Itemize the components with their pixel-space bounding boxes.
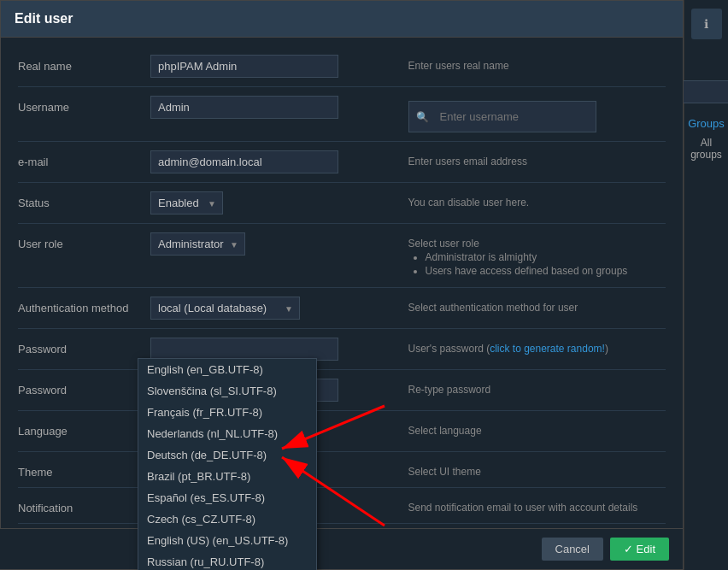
- status-hint: You can disable user here.: [408, 191, 666, 209]
- user-role-hint-list: Administrator is almighty Users have acc…: [408, 251, 666, 277]
- language-row: Language English (US) (en_US.UTF-8) Sele…: [18, 411, 666, 452]
- password2-label: Password: [18, 379, 150, 397]
- real-name-row: Real name Enter users real name: [18, 46, 666, 87]
- theme-row: Theme Select UI theme: [18, 452, 666, 488]
- info-icon-char: ℹ: [704, 17, 708, 31]
- modal-body: Real name Enter users real name Username…: [1, 38, 683, 533]
- language-option[interactable]: English (en_GB.UTF-8): [138, 359, 316, 380]
- info-icon[interactable]: ℹ: [691, 9, 722, 39]
- user-role-row: User role Administrator User Select user…: [18, 224, 666, 288]
- groups-label: Groups: [688, 117, 725, 130]
- language-label: Language: [18, 420, 150, 438]
- email-control: [150, 150, 408, 173]
- username-label: Username: [18, 96, 150, 114]
- auth-method-row: Authentication method local (Local datab…: [18, 288, 666, 329]
- right-sidebar: ℹ Groups All groups: [684, 0, 728, 570]
- real-name-label: Real name: [18, 55, 150, 73]
- language-option[interactable]: Deutsch (de_DE.UTF-8): [138, 444, 316, 466]
- status-label: Status: [18, 191, 150, 209]
- email-label: e-mail: [18, 150, 150, 168]
- modal-title: Edit user: [15, 11, 73, 26]
- auth-method-label: Authentication method: [18, 297, 150, 314]
- password2-hint: Re-type password: [408, 379, 666, 396]
- status-row: Status Enabled Disabled You can disable …: [18, 183, 666, 224]
- language-option[interactable]: Español (es_ES.UTF-8): [138, 487, 316, 508]
- language-option[interactable]: English (US) (en_US.UTF-8): [138, 530, 316, 551]
- username-control: [150, 96, 408, 119]
- password-row: Password User's password (click to gener…: [18, 329, 666, 370]
- user-role-select[interactable]: Administrator User: [150, 232, 245, 256]
- username-search-wrap: 🔍: [408, 101, 596, 132]
- status-select-wrap: Enabled Disabled: [150, 191, 223, 214]
- username-input[interactable]: [150, 96, 338, 119]
- email-hint: Enter users email address: [408, 150, 666, 167]
- language-option[interactable]: Français (fr_FR.UTF-8): [138, 402, 316, 423]
- auth-method-select[interactable]: local (Local database) LDAP: [150, 297, 300, 320]
- real-name-control: [150, 55, 408, 78]
- modal-footer: Cancel ✓ Edit: [0, 528, 683, 569]
- auth-method-hint: Select authentication method for user: [408, 297, 666, 314]
- language-dropdown: English (en_GB.UTF-8)Slovenščina (sl_SI.…: [138, 358, 317, 570]
- real-name-input[interactable]: [150, 55, 338, 78]
- search-icon: 🔍: [416, 111, 429, 123]
- language-option[interactable]: Nederlands (nl_NL.UTF-8): [138, 423, 316, 444]
- edit-button[interactable]: ✓ Edit: [610, 538, 669, 561]
- hint-list-item: Administrator is almighty: [426, 251, 666, 263]
- theme-label: Theme: [18, 461, 150, 479]
- username-row: Username 🔍: [18, 87, 666, 142]
- email-input[interactable]: [150, 150, 338, 173]
- user-role-hint-title: Select user role: [408, 238, 666, 250]
- hint-list-item: Users have access defined based on group…: [426, 265, 666, 277]
- password-label: Password: [18, 338, 150, 356]
- language-option[interactable]: Brazil (pt_BR.UTF-8): [138, 466, 316, 487]
- language-option[interactable]: Slovenščina (sl_SI.UTF-8): [138, 380, 316, 402]
- all-groups-text: All groups: [684, 137, 728, 161]
- email-row: e-mail Enter users email address: [18, 142, 666, 183]
- edit-user-modal: Edit user Real name Enter users real nam…: [0, 0, 684, 570]
- notification-label: Notification: [18, 497, 150, 514]
- notification-hint: Send notification email to user with acc…: [408, 497, 666, 514]
- status-control: Enabled Disabled: [150, 191, 408, 214]
- password2-row: Password Re-type password: [18, 370, 666, 411]
- generate-random-link[interactable]: click to generate random!: [490, 343, 605, 355]
- user-role-control: Administrator User: [150, 232, 408, 256]
- language-option[interactable]: Russian (ru_RU.UTF-8): [138, 551, 316, 570]
- auth-method-select-wrap: local (Local database) LDAP: [150, 297, 300, 320]
- user-role-label: User role: [18, 232, 150, 250]
- status-select[interactable]: Enabled Disabled: [150, 191, 223, 214]
- user-role-select-wrap: Administrator User: [150, 232, 245, 256]
- theme-hint: Select UI theme: [408, 461, 666, 478]
- username-search-input[interactable]: [433, 106, 589, 127]
- modal-header: Edit user: [1, 1, 683, 38]
- password-input[interactable]: [150, 338, 338, 361]
- language-hint: Select language: [408, 420, 666, 437]
- password-control: [150, 338, 408, 361]
- user-role-hint: Select user role Administrator is almigh…: [408, 232, 666, 279]
- username-hint: 🔍: [408, 96, 666, 132]
- cancel-button[interactable]: Cancel: [542, 538, 603, 561]
- notification-row: Notification Send notification email to …: [18, 488, 666, 524]
- language-option[interactable]: Czech (cs_CZ.UTF-8): [138, 508, 316, 530]
- real-name-hint: Enter users real name: [408, 55, 666, 72]
- password-hint: User's password (click to generate rando…: [408, 338, 666, 355]
- auth-method-control: local (Local database) LDAP: [150, 297, 408, 320]
